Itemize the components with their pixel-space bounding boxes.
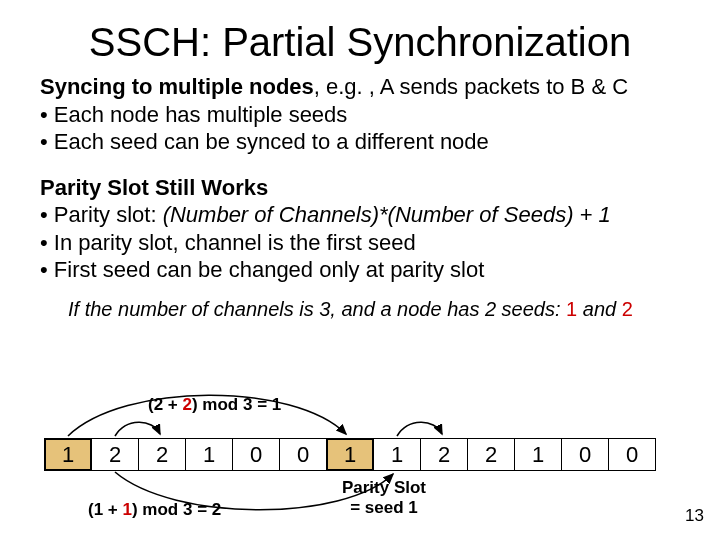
parity-l1: Parity Slot	[342, 478, 426, 497]
seq-cell: 2	[138, 438, 186, 471]
syncing-lead: Syncing to multiple nodes	[40, 74, 314, 99]
seq-cell: 2	[91, 438, 139, 471]
syncing-b2: • Each seed can be synced to a different…	[40, 129, 489, 154]
parity-p1a: • Parity slot:	[40, 202, 163, 227]
seq-cell: 1	[514, 438, 562, 471]
fbot-b: ) mod 3 = 2	[132, 500, 221, 519]
page-number: 13	[685, 506, 704, 526]
sequence-row: 1221001122100	[44, 438, 656, 471]
block-parity: Parity Slot Still Works • Parity slot: (…	[40, 174, 680, 284]
seq-cell: 0	[232, 438, 280, 471]
seq-cell: 0	[279, 438, 327, 471]
syncing-b1: • Each node has multiple seeds	[40, 102, 347, 127]
parity-slot-label: Parity Slot = seed 1	[329, 478, 439, 517]
parity-l2: = seed 1	[350, 498, 418, 517]
slide-title: SSCH: Partial Synchronization	[0, 0, 720, 65]
parity-p2: • In parity slot, channel is the first s…	[40, 230, 416, 255]
parity-lead: Parity Slot Still Works	[40, 175, 268, 200]
seq-cell: 1	[326, 438, 374, 471]
parity-p3: • First seed can be changed only at pari…	[40, 257, 484, 282]
fbot-a: (1 +	[88, 500, 123, 519]
parity-p1i: (Number of Channels)*(Number of Seeds) +…	[163, 202, 611, 227]
seq-cell: 0	[608, 438, 656, 471]
block-syncing: Syncing to multiple nodes, e.g. , A send…	[40, 73, 680, 156]
fbot-r: 1	[123, 500, 132, 519]
seq-cell: 0	[561, 438, 609, 471]
formula-bottom: (1 + 1) mod 3 = 2	[88, 500, 221, 520]
seq-cell: 1	[373, 438, 421, 471]
seq-cell: 1	[44, 438, 92, 471]
seq-cell: 1	[185, 438, 233, 471]
syncing-tail: , e.g. , A sends packets to B & C	[314, 74, 628, 99]
seq-cell: 2	[420, 438, 468, 471]
ex-mid: and	[577, 298, 621, 320]
example-line: If the number of channels is 3, and a no…	[68, 298, 720, 321]
ex-pre: If the number of channels is 3, and a no…	[68, 298, 566, 320]
slide: SSCH: Partial Synchronization Syncing to…	[0, 0, 720, 540]
ex-seed1: 1	[566, 298, 577, 320]
seq-cell: 2	[467, 438, 515, 471]
ex-seed2: 2	[622, 298, 633, 320]
